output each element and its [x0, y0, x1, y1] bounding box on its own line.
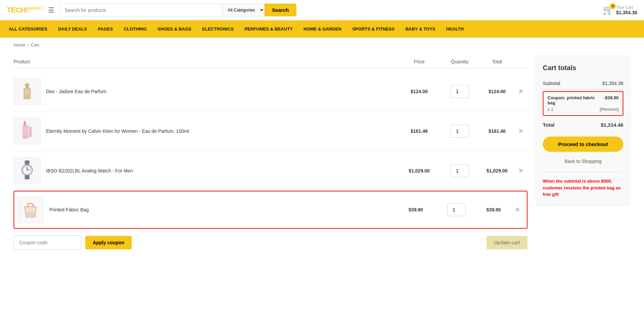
nav-health[interactable]: HEALTH — [441, 20, 469, 38]
product-price: $124.00 — [399, 89, 439, 94]
svg-rect-3 — [25, 89, 29, 95]
total-value: $1,314.46 — [601, 122, 623, 128]
subtotal-row: Subtotal $1,354.36 — [543, 77, 623, 90]
remove-coupon-button[interactable]: [Remove] — [600, 107, 619, 112]
search-button[interactable]: Search — [264, 4, 296, 16]
cart-text: Your Cart $1,354.36 — [616, 5, 637, 15]
cart-label: Your Cart — [616, 5, 637, 10]
nav-sports-fitness[interactable]: SPORTS & FITNESS — [347, 20, 400, 38]
logo-market: MARKET — [28, 6, 43, 11]
svg-text:Cotton Bag: Cotton Bag — [27, 212, 35, 214]
coupon-input[interactable] — [14, 235, 81, 250]
search-bar: All Categories Search — [60, 3, 297, 17]
product-price: $161.46 — [399, 128, 439, 134]
product-total: $39.90 — [477, 207, 511, 212]
coupon-amount: -$39.90 — [604, 95, 619, 105]
table-row: Cotton Bag Printed Fabric Bag $39.90 $39… — [14, 191, 528, 229]
remove-button[interactable]: ✕ — [514, 88, 528, 95]
apply-coupon-button[interactable]: Apply coupon — [85, 236, 132, 249]
cart-badge: 4 — [610, 3, 616, 9]
cart-area[interactable]: 🛒 4 Your Cart $1,354.36 — [603, 5, 637, 15]
cart-table: Product Price Quantity Total Dior - Jad — [14, 56, 528, 256]
breadcrumb-current: Cart — [31, 42, 39, 47]
breadcrumb-home[interactable]: Home — [14, 42, 25, 47]
category-select[interactable]: All Categories — [222, 4, 264, 16]
qty-input[interactable] — [451, 164, 469, 177]
col-header-quantity: Quantity — [439, 59, 480, 64]
product-name: Printed Fabric Bag — [49, 207, 89, 212]
product-cell: Cotton Bag Printed Fabric Bag — [17, 196, 395, 223]
svg-rect-15 — [25, 175, 29, 179]
col-header-price: Price — [399, 59, 439, 64]
qty-input[interactable] — [451, 85, 469, 98]
subtotal-label: Subtotal — [543, 81, 560, 86]
cart-icon-wrap[interactable]: 🛒 4 — [603, 5, 614, 15]
product-total: $124.00 — [480, 89, 514, 94]
search-input[interactable] — [60, 4, 222, 16]
svg-rect-7 — [24, 121, 26, 123]
qty-input[interactable] — [447, 203, 466, 216]
svg-point-0 — [25, 83, 29, 87]
product-image: Cotton Bag — [17, 196, 44, 223]
table-row: IBSO B2202LBL Analog Watch - For Men $1,… — [14, 151, 528, 191]
table-row: Eternity Moment by Calvin Klein for Wome… — [14, 111, 528, 151]
coupon-label: Coupon: printed fabric bag — [548, 95, 604, 105]
nav-baby-toys[interactable]: BABY & TOYS — [400, 20, 441, 38]
col-header-total: Total — [480, 59, 514, 64]
cart-totals-title: Cart totals — [543, 64, 623, 72]
product-cell: Eternity Moment by Calvin Klein for Wome… — [14, 118, 399, 145]
hamburger-icon[interactable]: ☰ — [48, 6, 54, 14]
table-header: Product Price Quantity Total — [14, 56, 528, 68]
coupon-box-top: Coupon: printed fabric bag -$39.90 — [548, 95, 619, 105]
header: TECH!MARKET ☰ All Categories Search 🛒 4 … — [0, 0, 644, 20]
remove-button[interactable]: ✕ — [514, 127, 528, 135]
subtotal-value: $1,354.36 — [602, 81, 623, 86]
svg-rect-10 — [25, 160, 29, 164]
nav-electronics[interactable]: ELECTRONICS — [197, 20, 239, 38]
remove-button[interactable]: ✕ — [511, 206, 524, 213]
coupon-qty: x 1 — [548, 107, 553, 112]
product-qty — [439, 164, 480, 177]
table-row: Dior - Jadore Eau de Parfum $124.00 $124… — [14, 72, 528, 111]
product-qty — [439, 125, 480, 138]
svg-rect-9 — [29, 127, 31, 137]
remove-button[interactable]: ✕ — [514, 167, 528, 174]
annotation-text: When the subtotal is above $500, custome… — [543, 178, 623, 198]
svg-rect-8 — [23, 126, 28, 135]
cart-totals-panel: Cart totals Subtotal $1,354.36 Coupon: p… — [536, 56, 630, 206]
nav-all-categories[interactable]: ALL CATEGORIES — [3, 20, 53, 38]
product-name: Dior - Jadore Eau de Parfum — [46, 89, 106, 94]
logo: TECH!MARKET — [7, 6, 43, 15]
product-total: $1,029.00 — [480, 168, 514, 173]
svg-point-4 — [26, 87, 28, 88]
total-label: Total — [543, 122, 555, 128]
breadcrumb-sep: › — [27, 42, 29, 47]
product-price: $39.90 — [395, 207, 436, 212]
coupon-row: Apply coupon Update cart — [14, 229, 528, 256]
breadcrumb: Home › Cart — [0, 38, 644, 52]
product-cell: Dior - Jadore Eau de Parfum — [14, 78, 399, 105]
nav-shoes-bags[interactable]: SHOES & BAGS — [152, 20, 197, 38]
total-row: Total $1,314.46 — [543, 117, 623, 131]
svg-rect-16 — [26, 214, 35, 216]
back-to-shopping-button[interactable]: Back to Shopping — [543, 154, 623, 168]
main-nav: ALL CATEGORIES DAILY DEALS PAGES CLOTHIN… — [0, 20, 644, 38]
coupon-applied-box: Coupon: printed fabric bag -$39.90 x 1 [… — [543, 91, 623, 116]
product-image — [14, 78, 41, 105]
proceed-to-checkout-button[interactable]: Proceed to checkout — [543, 137, 623, 152]
nav-home-garden[interactable]: HOME & GARDEN — [298, 20, 347, 38]
logo-tech: TECH — [7, 6, 26, 14]
product-price: $1,029.00 — [399, 168, 439, 173]
product-qty — [436, 203, 477, 216]
nav-pages[interactable]: PAGES — [92, 20, 119, 38]
update-cart-button[interactable]: Update cart — [487, 236, 528, 249]
nav-clothing[interactable]: CLOTHING — [118, 20, 152, 38]
nav-daily-deals[interactable]: DAILY DEALS — [53, 20, 92, 38]
main-content: Product Price Quantity Total Dior - Jad — [0, 52, 644, 267]
product-image — [14, 118, 41, 145]
product-name: Eternity Moment by Calvin Klein for Wome… — [46, 128, 189, 134]
qty-input[interactable] — [451, 125, 469, 138]
product-total: $161.46 — [480, 128, 514, 134]
product-cell: IBSO B2202LBL Analog Watch - For Men — [14, 157, 399, 184]
nav-perfumes-beauty[interactable]: PERFUMES & BEAUTY — [239, 20, 298, 38]
